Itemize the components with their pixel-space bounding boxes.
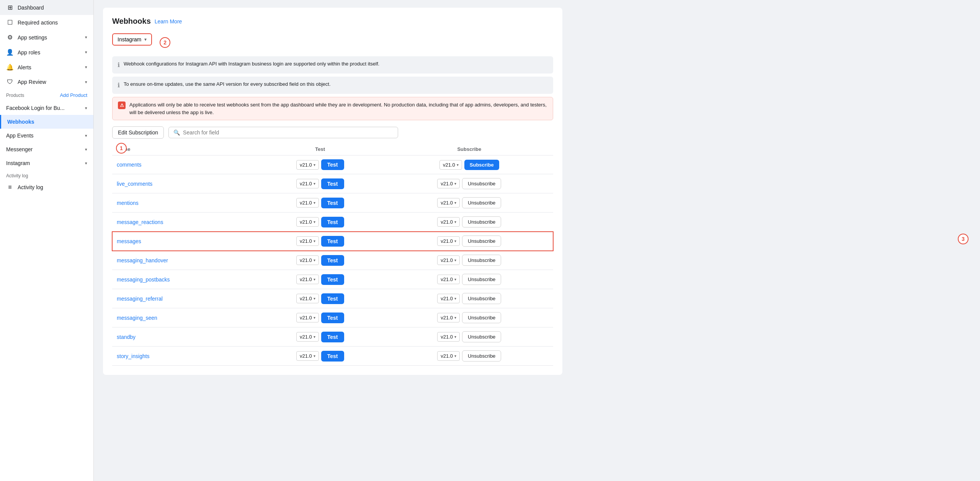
sidebar-item-dashboard[interactable]: ⊞ Dashboard [0, 0, 93, 15]
test-version-select[interactable]: v21.0 ▾ [296, 217, 319, 227]
sidebar-item-webhooks[interactable]: Webhooks [0, 115, 93, 129]
test-cell: v21.0 ▾ Test [255, 347, 385, 366]
field-name-link[interactable]: message_reactions [117, 219, 163, 225]
chevron-down-icon: ▾ [314, 277, 315, 281]
sidebar-item-app-roles[interactable]: 👤 App roles ▾ [0, 45, 93, 60]
platform-selector[interactable]: Instagram ▾ [112, 33, 152, 46]
test-button[interactable]: Test [321, 217, 344, 227]
field-name-link[interactable]: messaging_handover [117, 257, 168, 263]
sub-version-select[interactable]: v21.0 ▾ [437, 179, 460, 188]
test-button[interactable]: Test [321, 332, 344, 342]
test-button[interactable]: Test [321, 255, 344, 266]
test-button[interactable]: Test [321, 351, 344, 362]
sidebar-item-app-review[interactable]: 🛡 App Review ▾ [0, 75, 93, 89]
products-section: Products Add Product [0, 89, 93, 101]
edit-subscription-button[interactable]: Edit Subscription [112, 126, 164, 139]
add-product-link[interactable]: Add Product [60, 92, 87, 98]
sidebar-item-label: App Events [6, 133, 34, 139]
test-button[interactable]: Test [321, 274, 344, 285]
field-name-link[interactable]: comments [117, 162, 142, 168]
chevron-down-icon: ▾ [454, 354, 456, 358]
learn-more-link[interactable]: Learn More [155, 18, 182, 25]
field-name-link[interactable]: messages [117, 238, 141, 244]
unsubscribe-button[interactable]: Unsubscribe [462, 216, 501, 227]
sub-version-select[interactable]: v21.0 ▾ [437, 294, 460, 303]
test-version-select[interactable]: v21.0 ▾ [296, 255, 319, 265]
unsubscribe-button[interactable]: Unsubscribe [462, 236, 501, 247]
test-version-select[interactable]: v21.0 ▾ [296, 294, 319, 303]
list-icon: ≡ [6, 184, 14, 191]
table-row: messaging_postbacks v21.0 ▾ Test v21.0 ▾… [112, 270, 553, 289]
sub-version-select[interactable]: v21.0 ▾ [437, 275, 460, 284]
sub-version-select[interactable]: v21.0 ▾ [437, 332, 460, 342]
field-name-cell: standby [112, 327, 255, 347]
sub-version-select[interactable]: v21.0 ▾ [439, 160, 462, 170]
unsubscribe-button[interactable]: Unsubscribe [462, 197, 501, 208]
sidebar-item-label: App settings [18, 34, 47, 41]
unsubscribe-button[interactable]: Unsubscribe [462, 274, 501, 285]
unsubscribe-button[interactable]: Unsubscribe [462, 331, 501, 342]
sub-version-select[interactable]: v21.0 ▾ [437, 313, 460, 322]
chevron-down-icon: ▾ [454, 296, 456, 301]
sidebar-item-app-events[interactable]: App Events ▾ [0, 129, 93, 142]
test-version-select[interactable]: v21.0 ▾ [296, 160, 319, 170]
subscribe-button[interactable]: Subscribe [464, 160, 499, 170]
field-name-cell: messaging_referral [112, 289, 255, 308]
page-title: Webhooks [112, 17, 151, 26]
sidebar-item-instagram[interactable]: Instagram ▾ [0, 156, 93, 170]
sub-version-select[interactable]: v21.0 ▾ [437, 236, 460, 246]
sidebar-item-required-actions[interactable]: ☐ Required actions [0, 15, 93, 30]
test-version-select[interactable]: v21.0 ▾ [296, 332, 319, 342]
test-button[interactable]: Test [321, 293, 344, 304]
chevron-down-icon: ▾ [457, 163, 459, 167]
unsubscribe-button[interactable]: Unsubscribe [462, 178, 501, 189]
field-name-link[interactable]: mentions [117, 200, 139, 206]
chevron-down-icon: ▾ [85, 133, 87, 138]
sidebar-item-activity-log[interactable]: ≡ Activity log [0, 180, 93, 195]
sidebar-item-label: App roles [18, 49, 40, 56]
unsubscribe-button[interactable]: Unsubscribe [462, 350, 501, 362]
field-name-link[interactable]: messaging_referral [117, 296, 163, 302]
sidebar-item-messenger[interactable]: Messenger ▾ [0, 142, 93, 156]
sidebar-item-facebook-login[interactable]: Facebook Login for Bu... ▾ [0, 101, 93, 115]
unsubscribe-button[interactable]: Unsubscribe [462, 255, 501, 266]
test-version-select[interactable]: v21.0 ▾ [296, 236, 319, 246]
chevron-down-icon: ▾ [85, 106, 87, 111]
field-name-link[interactable]: messaging_postbacks [117, 276, 170, 283]
sub-version-select[interactable]: v21.0 ▾ [437, 255, 460, 265]
unsubscribe-button[interactable]: Unsubscribe [462, 312, 501, 323]
test-button[interactable]: Test [321, 236, 344, 247]
test-cell: v21.0 ▾ Test [255, 308, 385, 327]
test-button[interactable]: Test [321, 312, 344, 323]
test-version-select[interactable]: v21.0 ▾ [296, 275, 319, 284]
search-input[interactable] [183, 129, 393, 136]
test-button[interactable]: Test [321, 159, 344, 170]
app-roles-icon: 👤 [6, 49, 14, 56]
sub-version-select[interactable]: v21.0 ▾ [437, 351, 460, 361]
table-row: standby v21.0 ▾ Test v21.0 ▾ Unsubscribe [112, 327, 553, 347]
unsubscribe-button[interactable]: Unsubscribe [462, 293, 501, 304]
field-name-link[interactable]: story_insights [117, 353, 150, 359]
field-name-link[interactable]: standby [117, 334, 136, 340]
alerts-icon: 🔔 [6, 64, 14, 71]
test-button[interactable]: Test [321, 198, 344, 208]
test-cell: v21.0 ▾ Test [255, 232, 385, 251]
field-name-link[interactable]: messaging_seen [117, 315, 157, 321]
products-label: Products [6, 93, 24, 98]
test-button[interactable]: Test [321, 178, 344, 189]
info-box-1: ℹ Webhook configurations for Instagram A… [112, 56, 553, 74]
sub-version-select[interactable]: v21.0 ▾ [437, 198, 460, 208]
sub-version-select[interactable]: v21.0 ▾ [437, 217, 460, 227]
test-version-select[interactable]: v21.0 ▾ [296, 313, 319, 322]
subscribe-cell: v21.0 ▾ Unsubscribe [385, 347, 553, 366]
subscribe-cell: v21.0 ▾ Unsubscribe [385, 289, 553, 308]
test-version-select[interactable]: v21.0 ▾ [296, 198, 319, 208]
test-cell: v21.0 ▾ Test [255, 174, 385, 193]
sidebar-item-alerts[interactable]: 🔔 Alerts ▾ [0, 60, 93, 75]
field-name-link[interactable]: live_comments [117, 181, 152, 187]
panel-header: Webhooks Learn More [112, 17, 553, 26]
test-version-select[interactable]: v21.0 ▾ [296, 179, 319, 188]
chevron-down-icon: ▾ [85, 161, 87, 166]
sidebar-item-app-settings[interactable]: ⚙ App settings ▾ [0, 30, 93, 45]
test-version-select[interactable]: v21.0 ▾ [296, 351, 319, 361]
